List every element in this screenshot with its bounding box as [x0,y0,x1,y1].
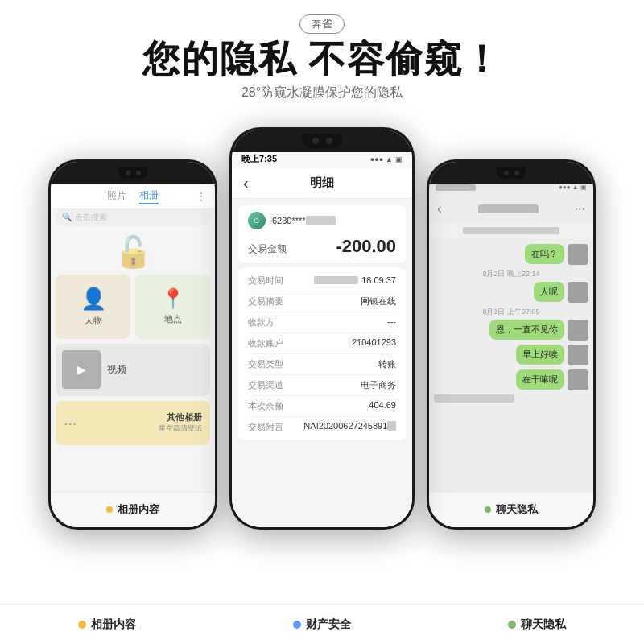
title-part2: 不容偷窥！ [308,38,502,80]
wifi-icon: ▲ [386,155,393,163]
right-phone: ●●● ▲ ▣ ‹ ··· 在吗？ 8月2日 晚上22:14 [427,159,596,530]
bottom-label-chat: 聊天隐私 [508,617,566,632]
timestamp-0: 8月2日 晚上22:14 [434,269,588,279]
bank-logo-icon: ⊙ [254,217,260,225]
detail-row-3: 收款账户 210401293 [248,333,396,354]
search-bar[interactable]: 🔍 点击搜索 [56,208,210,226]
detail-row-5: 交易渠道 电子商务 [248,375,396,396]
msg-bubble-3: 早上好唉 [516,345,564,365]
center-status-bar: 晚上7:35 ●●● ▲ ▣ [232,151,412,168]
other-sub: 星空高清壁纸 [159,423,202,434]
battery-icon: ▣ [395,155,402,163]
detail-key-5: 交易渠道 [248,379,283,391]
chat-status-icons: ●●● ▲ ▣ [559,184,587,191]
video-card[interactable]: ▶ 视频 [56,344,210,396]
msg-bubble-4: 在干嘛呢 [516,369,564,390]
chat-status-blurred [436,184,476,191]
left-phone-screen: 照片 相册 ⋮ 🔍 点击搜索 🔓 👤 人物 [51,162,215,527]
person-card[interactable]: 👤 人物 [56,275,130,339]
detail-row-7: 交易附言 NAI20200627245891■ [248,417,396,437]
other-album-info: 其他相册 星空高清壁纸 [159,411,202,434]
detail-key-2: 收款方 [248,316,275,328]
bottom-labels-bar: 相册内容 财产安全 聊天隐私 [0,604,644,644]
detail-val-2: --- [387,316,396,328]
other-albums-card[interactable]: ··· 其他相册 星空高清壁纸 [56,401,210,445]
detail-key-3: 收款账户 [248,337,283,349]
brand-badge: 奔雀 [299,14,345,34]
location-icon: 📍 [161,287,185,310]
detail-row-6: 本次余额 404.69 [248,396,396,417]
label-albums: 相册内容 [91,617,136,632]
main-title: 您的隐私 不容偷窥！ [0,39,644,80]
contact-info-blurred [463,227,559,234]
left-bottom-label: 相册内容 [118,502,159,517]
video-label: 视频 [107,363,126,377]
msg-bubble-0: 在吗？ [525,244,564,264]
dot-green [485,506,491,513]
person-icon: 👤 [80,287,106,312]
signal-icon: ●●● [370,155,383,163]
person-label: 人物 [85,315,102,327]
msg-bubble-1: 人呢 [534,282,564,302]
chat-back-button[interactable]: ‹ [437,200,442,217]
blurred-bottom-row [434,394,588,402]
avatar-4 [568,369,588,390]
bottom-blurred-1 [434,394,514,402]
center-camera-right [326,138,332,144]
location-label: 地点 [164,313,182,325]
detail-key-7: 交易附言 [248,421,283,433]
account-number: 6230****■■■■■ [272,216,336,225]
dot-albums [78,621,86,629]
right-phone-screen: ●●● ▲ ▣ ‹ ··· 在吗？ 8月2日 晚上22:14 [429,162,593,527]
label-finance: 财产安全 [306,617,351,632]
status-icons: ●●● ▲ ▣ [370,155,402,163]
finance-title: 明细 [310,175,334,191]
detail-key-0: 交易时间 [248,275,283,287]
camera-right [136,171,141,175]
detail-val-7: NAI20200627245891■ [303,421,396,433]
right-phone-bottom: 聊天隐私 [429,492,593,527]
bottom-label-finance: 财产安全 [293,617,351,632]
chat-more-icon[interactable]: ··· [575,202,585,217]
msg-row-4: 在干嘛呢 [434,369,588,390]
dot-yellow [106,506,113,513]
detail-key-1: 交易摘要 [248,295,283,308]
more-icon[interactable]: ⋮ [196,190,207,203]
label-chat: 聊天隐私 [521,617,566,632]
chat-messages: 在吗？ 8月2日 晚上22:14 人呢 8月3日 上午07:09 恩，一直不见你 [429,239,593,492]
tab-photos[interactable]: 照片 [107,189,126,203]
detail-row-1: 交易摘要 网银在线 [248,291,396,312]
contact-name-blurred [478,204,539,213]
right-camera-right [514,171,519,175]
avatar-2 [568,320,588,341]
avatar-0 [568,244,588,265]
detail-val-5: 电子商务 [361,379,396,391]
tab-albums[interactable]: 相册 [139,188,159,204]
detail-val-0: ■■■■ 18:09:37 [314,275,396,287]
center-phone: 晚上7:35 ●●● ▲ ▣ ‹ 明细 ⊙ [229,127,415,530]
detail-key-6: 本次余额 [248,400,283,412]
time-display: 晚上7:35 [242,153,277,165]
detail-val-3: 210401293 [352,337,396,349]
detail-val-6: 404.69 [369,400,396,412]
subtitle: 28°防窥水凝膜保护您的隐私 [0,85,644,101]
detail-val-4: 转账 [378,358,396,370]
phones-container: 照片 相册 ⋮ 🔍 点击搜索 🔓 👤 人物 [0,119,644,570]
contact-info-bar [429,223,593,239]
account-card: ⊙ 6230****■■■■■ 交易金额 -200.00 [238,205,406,263]
timestamp-1: 8月3日 上午07:09 [434,307,588,317]
left-phone-bottom: 相册内容 [51,492,215,527]
right-phone-notch [429,162,593,184]
msg-bubble-2: 恩，一直不见你 [489,320,564,340]
account-row: ⊙ 6230****■■■■■ [248,212,396,229]
back-button[interactable]: ‹ [243,174,249,192]
play-icon: ▶ [77,363,86,376]
left-phone-notch [51,162,215,184]
detail-card: 交易时间 ■■■■ 18:09:37 交易摘要 网银在线 收款方 [238,267,406,440]
msg-row-1: 人呢 [434,282,588,303]
transaction-label: 交易金额 [248,242,287,256]
location-card[interactable]: 📍 地点 [135,275,210,339]
lock-icon: 🔓 [114,234,152,270]
transaction-amount: -200.00 [336,236,396,257]
detail-val-1: 网银在线 [361,295,396,308]
